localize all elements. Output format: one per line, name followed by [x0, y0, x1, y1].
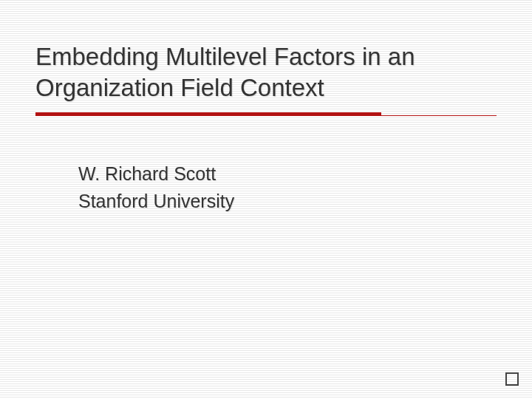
title-underline [35, 112, 497, 116]
slide-content: Embedding Multilevel Factors in an Organ… [0, 0, 532, 214]
rule-thin [35, 115, 497, 116]
slide-body: W. Richard Scott Stanford University [35, 160, 497, 214]
author-name: W. Richard Scott [78, 160, 497, 187]
corner-marker-icon [505, 372, 519, 386]
slide-title: Embedding Multilevel Factors in an Organ… [35, 41, 497, 103]
author-affiliation: Stanford University [78, 188, 497, 214]
